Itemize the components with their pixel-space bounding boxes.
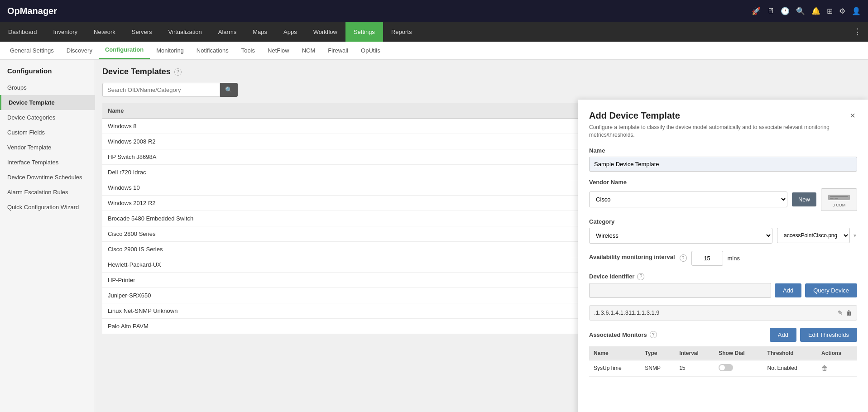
nav-more-icon[interactable]: ⋮	[847, 27, 868, 37]
sidebar-item-downtime-schedules[interactable]: Device Downtime Schedules	[0, 170, 95, 185]
sidebar-item-groups[interactable]: Groups	[0, 80, 95, 95]
nav-item-alarms[interactable]: Alarms	[210, 22, 245, 42]
col-monitor-showdial: Show Dial	[714, 346, 762, 360]
monitor-delete-icon[interactable]: 🗑	[821, 364, 828, 372]
cell-name: Cisco 2800 Series	[102, 226, 653, 242]
page-title-help[interactable]: ?	[174, 68, 182, 76]
monitors-table: Name Type Interval Show Dial Threshold A…	[589, 346, 857, 377]
svg-rect-1	[830, 196, 848, 197]
subnav-oputils[interactable]: OpUtils	[355, 41, 387, 59]
sidebar-item-custom-fields[interactable]: Custom Fields	[0, 125, 95, 140]
monitors-add-button[interactable]: Add	[770, 328, 796, 342]
svg-rect-2	[830, 198, 834, 199]
device-id-row: Add Query Device	[589, 283, 857, 298]
nav-item-network[interactable]: Network	[86, 22, 124, 42]
panel-header: Add Device Template ×	[589, 110, 857, 121]
oid-delete-icon[interactable]: 🗑	[846, 309, 852, 316]
clock-icon[interactable]: 🕐	[781, 7, 790, 15]
nav-item-apps[interactable]: Apps	[275, 22, 305, 42]
gear-icon[interactable]: ⚙	[839, 7, 845, 15]
nav-item-workflow[interactable]: Workflow	[305, 22, 345, 42]
sidebar-item-quick-config[interactable]: Quick Configuration Wizard	[0, 200, 95, 215]
edit-thresholds-button[interactable]: Edit Thresholds	[800, 328, 857, 342]
monitors-section: Associated Monitors ? Add Edit Threshold…	[589, 328, 857, 377]
category-file-select[interactable]: accessPointCisco.png	[777, 228, 850, 243]
device-identifier-help[interactable]: ?	[637, 273, 644, 280]
monitor-actions[interactable]: 🗑	[817, 360, 857, 376]
panel-title: Add Device Template	[589, 110, 680, 121]
col-name: Name	[102, 103, 653, 119]
app-logo: OpManager	[7, 6, 57, 16]
nav-item-servers[interactable]: Servers	[124, 22, 160, 42]
nav-bar: Dashboard Inventory Network Servers Virt…	[0, 22, 868, 42]
monitor-row: SysUpTime SNMP 15 Not Enabled 🗑	[589, 360, 857, 376]
category-row: Wireless accessPointCisco.png ▼	[589, 228, 857, 244]
nav-item-reports[interactable]: Reports	[383, 22, 420, 42]
nav-item-inventory[interactable]: Inventory	[45, 22, 86, 42]
monitors-label: Associated Monitors ?	[589, 331, 657, 338]
search-input[interactable]	[102, 83, 220, 97]
subnav-ncm[interactable]: NCM	[296, 41, 322, 59]
grid-icon[interactable]: ⊞	[827, 7, 833, 15]
subnav-netflow[interactable]: NetFlow	[261, 41, 296, 59]
category-select[interactable]: Wireless	[589, 228, 772, 244]
vendor-label: Vendor Name	[589, 179, 857, 186]
vendor-icon-label: 3 COM	[833, 203, 846, 207]
monitors-help[interactable]: ?	[650, 331, 657, 338]
cell-name: Palo Alto PAVM	[102, 319, 653, 334]
vendor-new-button[interactable]: New	[792, 192, 816, 206]
sidebar-item-alarm-escalation[interactable]: Alarm Escalation Rules	[0, 185, 95, 200]
nav-item-virtualization[interactable]: Virtualization	[160, 22, 210, 42]
cell-name: Juniper-SRX650	[102, 288, 653, 303]
subnav-monitoring[interactable]: Monitoring	[150, 41, 190, 59]
cell-name: Windows 8	[102, 119, 653, 134]
rocket-icon[interactable]: 🚀	[752, 7, 761, 15]
device-identifier-input[interactable]	[589, 283, 771, 298]
user-icon[interactable]: 👤	[852, 7, 861, 15]
cell-name: Windows 2008 R2	[102, 134, 653, 149]
cell-name: Dell r720 Idrac	[102, 165, 653, 180]
vendor-row: Cisco New 3 COM	[589, 188, 857, 211]
cell-name: Brocade 5480 Embedded Switch	[102, 211, 653, 226]
device-identifier-label: Device Identifier	[589, 273, 634, 280]
oid-edit-icon[interactable]: ✎	[838, 309, 843, 316]
close-button[interactable]: ×	[848, 110, 857, 121]
search-button[interactable]: 🔍	[220, 83, 238, 97]
search-icon[interactable]: 🔍	[796, 7, 805, 15]
col-monitor-type: Type	[640, 346, 675, 360]
vendor-select[interactable]: Cisco	[589, 192, 787, 207]
monitor-icon[interactable]: 🖥	[767, 7, 774, 15]
col-monitor-interval: Interval	[675, 346, 714, 360]
cell-name: Linux Net-SNMP Unknown	[102, 303, 653, 319]
file-select-row: accessPointCisco.png ▼	[777, 228, 857, 243]
subnav-firewall[interactable]: Firewall	[321, 41, 355, 59]
cell-name: Cisco 2900 IS Series	[102, 242, 653, 257]
panel-overlay: Add Device Template × Configure a templa…	[578, 100, 868, 412]
subnav-general[interactable]: General Settings	[4, 41, 60, 59]
monitor-interval: 15	[675, 360, 714, 376]
availability-input[interactable]	[691, 251, 723, 266]
search-bar: 🔍	[102, 83, 861, 97]
main-layout: Configuration Groups Device Template Dev…	[0, 60, 868, 412]
nav-item-settings[interactable]: Settings	[345, 22, 383, 42]
template-name-input[interactable]	[589, 157, 857, 172]
monitors-buttons: Add Edit Thresholds	[770, 328, 857, 342]
oid-row: .1.3.6.1.4.1.311.1.1.3.1.9 ✎ 🗑	[589, 305, 857, 321]
device-id-add-button[interactable]: Add	[775, 283, 801, 297]
subnav-tools[interactable]: Tools	[235, 41, 261, 59]
sub-nav: General Settings Discovery Configuration…	[0, 42, 868, 60]
nav-item-dashboard[interactable]: Dashboard	[0, 22, 45, 42]
availability-section: Availability monitoring interval ? mins	[589, 251, 857, 266]
availability-help[interactable]: ?	[680, 254, 687, 262]
subnav-configuration[interactable]: Configuration	[99, 41, 150, 59]
sidebar-item-device-template[interactable]: Device Template	[0, 95, 95, 110]
bell-icon[interactable]: 🔔	[811, 7, 820, 15]
subnav-discovery[interactable]: Discovery	[60, 41, 99, 59]
sidebar-item-interface-templates[interactable]: Interface Templates	[0, 155, 95, 170]
query-device-button[interactable]: Query Device	[805, 283, 857, 297]
nav-item-maps[interactable]: Maps	[245, 22, 275, 42]
chevron-down-icon: ▼	[853, 233, 857, 238]
sidebar-item-vendor-template[interactable]: Vendor Template	[0, 140, 95, 155]
sidebar-item-device-categories[interactable]: Device Categories	[0, 110, 95, 125]
subnav-notifications[interactable]: Notifications	[190, 41, 235, 59]
